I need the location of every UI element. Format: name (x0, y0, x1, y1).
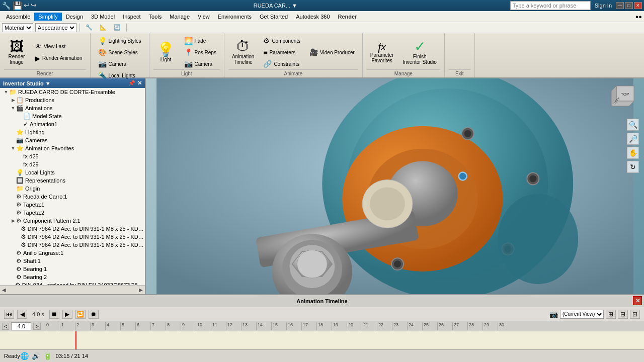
constraints-btn[interactable]: 🔗 Constraints (260, 58, 304, 69)
scroll-right-btn[interactable]: ▶ (139, 287, 143, 293)
battery-icon[interactable]: 🔋 (43, 352, 52, 360)
tree-item-tapeta1[interactable]: ⚙ Tapeta:1 (0, 201, 145, 209)
video-producer-btn[interactable]: 🎥 Video Producer (306, 47, 358, 58)
tree-item-din2[interactable]: ⚙ DIN 7964 D2 Acc. to DIN 931-1 M8 x 25 … (0, 233, 145, 241)
toolbar-icon-3[interactable]: 🔄 (111, 23, 123, 32)
tree-item-din1[interactable]: ⚙ DIN 7964 D2 Acc. to DIN 931-1 M8 x 25 … (0, 225, 145, 233)
loop-btn[interactable]: 🔁 (75, 310, 86, 319)
tree-item-productions[interactable]: ▶ 📋 Productions (0, 96, 145, 104)
network-icon[interactable]: 🌐 (20, 352, 29, 360)
search-input[interactable] (510, 1, 591, 10)
tree-item-local-lights[interactable]: 💡 Local Lights (0, 168, 145, 176)
menu-extra-btn[interactable]: ●● (635, 14, 642, 20)
ruler-left-btn[interactable]: < (2, 323, 9, 330)
3d-viewport[interactable]: TOP LEFT 🔍 🔎 ✋ ↻ (146, 78, 644, 294)
close-btn[interactable]: ✕ (634, 2, 642, 9)
light-btn[interactable]: 💡 Light (153, 40, 179, 65)
minimize-btn[interactable]: — (616, 2, 624, 9)
finish-inventor-btn[interactable]: ✓ FinishInventor Studio (399, 37, 440, 67)
tree-item-d29[interactable]: fx d29 (0, 160, 145, 168)
tree-item-representations[interactable]: 🔲 Representations (0, 176, 145, 185)
view-cube[interactable]: TOP LEFT (609, 83, 639, 114)
menu-simplify[interactable]: Simplify (34, 13, 62, 21)
toolbar-icon-2[interactable]: 📐 (97, 23, 109, 32)
timeline-close-btn[interactable]: ✕ (633, 296, 642, 305)
menu-render[interactable]: Render (334, 13, 361, 21)
menu-3dmodel[interactable]: 3D Model (87, 13, 119, 21)
render-image-btn[interactable]: 🖼 RenderImage (4, 37, 29, 67)
menu-assemble[interactable]: Assemble (2, 13, 34, 21)
timeline-track[interactable] (0, 331, 644, 350)
sign-in-btn[interactable]: Sign In (595, 3, 612, 9)
animation-timeline-btn[interactable]: ⏱ AnimationTimeline (228, 37, 258, 67)
menu-autodesk360[interactable]: Autodesk 360 (292, 13, 334, 21)
menu-manage[interactable]: Manage (166, 13, 194, 21)
tree-item-animations[interactable]: ▼ 🎬 Animations (0, 104, 145, 112)
render-animation-btn[interactable]: ▶ Render Animation (31, 53, 86, 64)
menu-get-started[interactable]: Get Started (256, 13, 292, 21)
tree-item-shaft[interactable]: ⚙ Shaft:1 (0, 257, 145, 265)
scroll-left-btn[interactable]: ◀ (2, 287, 6, 293)
view-last-btn[interactable]: 👁 View Last (31, 41, 86, 52)
maximize-btn[interactable]: □ (625, 2, 633, 9)
zoom-in-btn[interactable]: 🔍 (627, 119, 639, 131)
view-select[interactable]: (Current View) (560, 310, 604, 319)
components-btn[interactable]: ⚙ Components (260, 35, 304, 46)
tree-item-din3[interactable]: ⚙ DIN 7964 D2 Acc. to DIN 931-1 M8 x 25 … (0, 241, 145, 249)
fade-btn[interactable]: 🌅 Fade (181, 35, 220, 46)
pan-btn[interactable]: ✋ (627, 147, 639, 159)
tl-icon-btn-3[interactable]: ⊡ (630, 310, 640, 319)
material-dropdown[interactable]: Material (2, 23, 33, 32)
tree-item-animation1[interactable]: ✓ Animation1 (0, 120, 145, 128)
tree-item-lighting[interactable]: ⭐ Lighting (0, 128, 145, 136)
tree-item-bearing1[interactable]: ⚙ Bearing:1 (0, 265, 145, 273)
tree-item-cameras[interactable]: 📷 Cameras (0, 136, 145, 144)
parameters-btn[interactable]: ≡ Parameters (260, 47, 304, 58)
camera-light-btn[interactable]: 📷 Camera (181, 58, 220, 69)
camera-btn[interactable]: 📷 Camera (95, 58, 145, 69)
toolbar-icon-1[interactable]: 🔧 (83, 23, 95, 32)
tree-item-origin[interactable]: 📁 Origin (0, 185, 145, 193)
menu-tools[interactable]: Tools (145, 13, 166, 21)
prev-frame-btn[interactable]: ◀ (17, 310, 27, 319)
undo-btn[interactable]: ↩ (24, 1, 30, 11)
scene-styles-btn[interactable]: 🎨 Scene Styles (95, 47, 145, 58)
tree-item-tapeta2[interactable]: ⚙ Tapeta:2 (0, 209, 145, 217)
tree-expand-root[interactable]: ▼ (3, 89, 9, 95)
parameter-favorites-btn[interactable]: fx ParameterFavorites (367, 39, 397, 66)
menu-environments[interactable]: Environments (214, 13, 256, 21)
tree-item-model-state[interactable]: 📄 Model State (0, 112, 145, 120)
tl-icon-btn-2[interactable]: ⊟ (618, 310, 628, 319)
pos-reps-btn[interactable]: 📍 Pos Reps (181, 47, 220, 58)
zoom-out-btn[interactable]: 🔎 (627, 133, 639, 145)
tree-item-component-pattern[interactable]: ▶ ⚙ Component Pattern 2:1 (0, 217, 145, 225)
ruler-right-btn[interactable]: > (33, 323, 40, 330)
tree-expand-animation-favorites[interactable]: ▼ (10, 146, 16, 151)
tree-expand-component-pattern[interactable]: ▶ (10, 218, 16, 223)
sidebar-close-btn[interactable]: ✕ (137, 80, 142, 86)
rotate-btn[interactable]: ↻ (627, 161, 639, 173)
tree-expand-animations[interactable]: ▼ (10, 106, 16, 111)
stop-btn[interactable]: ⏹ (49, 310, 59, 319)
tree-item-root[interactable]: ▼ 📁 RUEDA CARRO DE CORTE-Ensamble (0, 88, 145, 96)
tree-item-rueda-de-carro[interactable]: ⚙ Rueda de Carro:1 (0, 193, 145, 201)
rewind-btn[interactable]: ⏮ (4, 310, 14, 319)
tree-item-animation-favorites[interactable]: ▼ ⭐ Animation Favorites (0, 144, 145, 152)
tree-item-din934[interactable]: ⚙ DIN 934 - replaced by DIN EN 24032/286… (0, 281, 145, 285)
menu-design[interactable]: Design (62, 13, 87, 21)
play-btn[interactable]: ▶ (62, 310, 72, 319)
record-btn[interactable]: ⏺ (89, 310, 99, 319)
sidebar-scroll[interactable]: ◀ ▶ (0, 285, 145, 294)
menu-inspect[interactable]: Inspect (119, 13, 144, 21)
appearance-dropdown[interactable]: Appearance (35, 23, 76, 32)
menu-view[interactable]: View (194, 13, 214, 21)
tl-icon-btn-1[interactable]: ⊞ (606, 310, 616, 319)
sidebar-pin-btn[interactable]: 📌 (128, 80, 135, 86)
lighting-styles-btn[interactable]: 💡 Lighting Styles (95, 35, 145, 46)
position-input[interactable] (11, 322, 31, 330)
redo-btn[interactable]: ↪ (31, 1, 37, 11)
tree-item-anillo[interactable]: ⚙ Anillo Engrase:1 (0, 249, 145, 257)
quick-access-btn[interactable]: 💾 (13, 1, 23, 11)
tree-expand-productions[interactable]: ▶ (10, 98, 16, 103)
volume-icon[interactable]: 🔊 (32, 352, 40, 360)
